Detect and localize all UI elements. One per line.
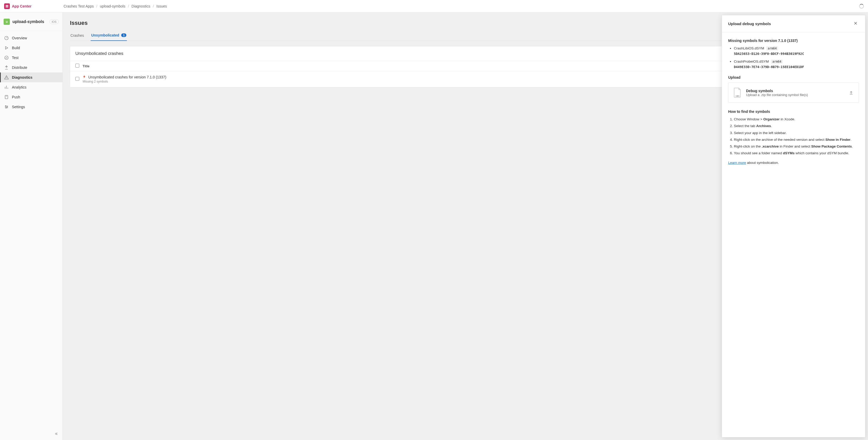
- brand-home[interactable]: App Center: [4, 3, 31, 9]
- tab-crashes[interactable]: Crashes: [70, 31, 85, 41]
- learn-more-suffix: about symbolication.: [746, 161, 779, 165]
- sidebar-item-label: Settings: [12, 105, 25, 109]
- check-circle-icon: [4, 55, 9, 60]
- bar-chart-icon: [4, 85, 9, 90]
- collapse-sidebar-button[interactable]: [53, 431, 59, 437]
- missing-symbol-item: CrashProbeiOS.dSYM arm64 D449E33D-7E74-3…: [734, 59, 859, 70]
- howto-list: Choose Window > Organizer in Xcode. Sele…: [728, 117, 859, 156]
- sidebar-item-settings[interactable]: Settings: [0, 102, 62, 112]
- breadcrumb-separator: /: [128, 4, 129, 8]
- sidebar-item-label: Diagnostics: [12, 75, 32, 80]
- sidebar-item-overview[interactable]: Overview: [0, 33, 62, 43]
- svg-point-4: [7, 107, 7, 107]
- sidebar: u upload-symbols iOS Overview Build Test: [0, 12, 63, 440]
- play-icon: [4, 45, 9, 50]
- missing-symbol-item: CrashLibiOS.dSYM arm64 5DA23653-D126-39F…: [734, 46, 859, 56]
- row-subtitle: Missing 2 symbols: [83, 80, 166, 83]
- howto-step: Select the tab Archives.: [734, 123, 859, 129]
- arch-badge: arm64: [766, 46, 778, 51]
- sidebar-item-label: Overview: [12, 36, 27, 40]
- sidebar-item-test[interactable]: Test: [0, 53, 62, 63]
- tab-label: Crashes: [70, 33, 84, 37]
- sidebar-item-label: Analytics: [12, 85, 26, 89]
- breadcrumb-item[interactable]: Crashes Test Apps: [63, 4, 93, 8]
- dsym-name: CrashProbeiOS.dSYM: [734, 60, 769, 63]
- appcenter-logo-icon: [4, 3, 10, 9]
- zip-file-icon: .ZIP: [734, 88, 741, 98]
- howto-heading: How to find the symbols: [728, 109, 859, 114]
- howto-step: Select your app in the left sidebar.: [734, 130, 859, 136]
- missing-symbols-heading: Missing symbols for version 7.1.0 (1337): [728, 38, 859, 43]
- warning-icon: [4, 75, 9, 80]
- svg-point-1: [5, 56, 8, 60]
- upload-primary-text: Debug symbols: [746, 89, 844, 93]
- breadcrumb: Crashes Test Apps / upload-symbols / Dia…: [63, 4, 167, 8]
- close-panel-button[interactable]: [852, 20, 859, 27]
- column-title: Title: [83, 64, 90, 68]
- select-all-checkbox[interactable]: [75, 64, 79, 68]
- howto-step: Right-click on the archive of the needed…: [734, 137, 859, 143]
- sidebar-nav: Overview Build Test Distribute Diagnosti…: [0, 31, 62, 440]
- svg-rect-2: [5, 95, 8, 99]
- upload-heading: Upload: [728, 75, 859, 80]
- panel-title: Upload debug symbols: [728, 22, 852, 26]
- breadcrumb-separator: /: [96, 4, 97, 8]
- sidebar-item-label: Test: [12, 56, 19, 60]
- learn-more-link[interactable]: Learn more: [728, 161, 746, 165]
- brand-text: App Center: [12, 4, 31, 8]
- missing-symbols-list: CrashLibiOS.dSYM arm64 5DA23653-D126-39F…: [728, 46, 859, 70]
- breadcrumb-item[interactable]: upload-symbols: [100, 4, 125, 8]
- howto-step: Choose Window > Organizer in Xcode.: [734, 117, 859, 122]
- sidebar-item-analytics[interactable]: Analytics: [0, 82, 62, 92]
- svg-point-5: [6, 108, 6, 108]
- topbar: App Center Crashes Test Apps / upload-sy…: [0, 0, 868, 12]
- row-title: Unsymbolicated crashes for version 7.1.0…: [88, 75, 166, 79]
- push-icon: [4, 95, 9, 99]
- sidebar-item-label: Distribute: [12, 65, 27, 70]
- learn-more-line: Learn more about symbolication.: [728, 161, 859, 165]
- breadcrumb-separator: /: [153, 4, 154, 8]
- arch-badge: arm64: [771, 60, 783, 64]
- dashboard-icon: [4, 36, 9, 40]
- row-checkbox[interactable]: [75, 77, 79, 81]
- upload-secondary-text: Upload a .zip file containing symbol fil…: [746, 93, 844, 97]
- sidebar-item-build[interactable]: Build: [0, 43, 62, 53]
- lightning-icon: [83, 75, 86, 79]
- upload-arrow-icon: [849, 90, 854, 95]
- sidebar-item-label: Push: [12, 95, 20, 99]
- settings-icon: [4, 104, 9, 109]
- breadcrumb-item[interactable]: Diagnostics: [131, 4, 150, 8]
- upload-symbols-panel: Upload debug symbols Missing symbols for…: [722, 15, 865, 437]
- distribute-icon: [4, 65, 9, 70]
- sidebar-item-distribute[interactable]: Distribute: [0, 63, 62, 72]
- svg-point-3: [5, 105, 6, 106]
- upload-dropzone[interactable]: .ZIP Debug symbols Upload a .zip file co…: [728, 83, 859, 103]
- svg-text:.ZIP: .ZIP: [737, 95, 739, 97]
- dsym-uuid: D449E33D-7E74-379D-8B79-15EE104ED1DF: [734, 65, 859, 70]
- app-header[interactable]: u upload-symbols iOS: [0, 12, 62, 31]
- tab-label: Unsymbolicated: [91, 33, 119, 37]
- dsym-uuid: 5DA23653-D126-39F0-BDCF-994B3019F92C: [734, 52, 859, 56]
- sidebar-item-diagnostics[interactable]: Diagnostics: [0, 72, 62, 82]
- platform-badge: iOS: [50, 20, 59, 24]
- tab-badge: 1: [121, 33, 126, 37]
- app-avatar: u: [4, 19, 10, 25]
- loading-spinner-icon: [859, 4, 864, 8]
- dsym-name: CrashLibiOS.dSYM: [734, 46, 764, 50]
- sidebar-item-push[interactable]: Push: [0, 92, 62, 102]
- app-name: upload-symbols: [12, 20, 47, 24]
- sidebar-item-label: Build: [12, 46, 20, 50]
- howto-step: You should see a folder named dSYMs whic…: [734, 151, 859, 156]
- tab-unsymbolicated[interactable]: Unsymbolicated 1: [91, 31, 127, 41]
- breadcrumb-item[interactable]: Issues: [156, 4, 167, 8]
- howto-step: Right-click on the .xcarchive in Finder …: [734, 144, 859, 149]
